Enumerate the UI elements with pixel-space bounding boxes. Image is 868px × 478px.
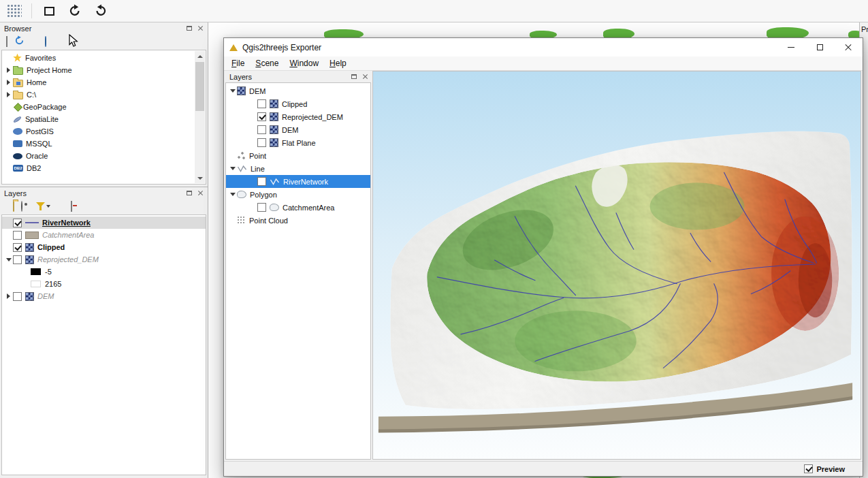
clockwise-arrow-glyph	[68, 4, 82, 18]
expand-arrow-icon	[7, 293, 10, 299]
georeferencer-glyph	[7, 4, 22, 18]
dock-layer-clipped[interactable]: Clipped	[226, 97, 370, 110]
browser-item-favorites[interactable]: Favorites	[2, 52, 206, 64]
layer-row-rivernetwork[interactable]: RiverNetwork	[2, 217, 206, 229]
layer-checkbox[interactable]	[257, 112, 266, 121]
browser-toolbar	[0, 33, 208, 50]
browser-item-spatialite[interactable]: SpatiaLite	[2, 113, 206, 125]
float-panel-icon[interactable]	[185, 189, 193, 197]
dock-layer-catchmentarea[interactable]: CatchmentArea	[226, 201, 370, 214]
refresh-icon[interactable]	[14, 35, 25, 48]
maximize-icon	[817, 44, 823, 50]
redo-refresh-icon[interactable]	[66, 2, 84, 20]
raster-icon	[270, 112, 278, 121]
polygon-fill-icon	[25, 232, 39, 239]
layer-row-clipped[interactable]: Clipped	[2, 241, 206, 253]
filter-legend-expression-icon[interactable]	[36, 202, 50, 210]
layer-visibility-checkbox[interactable]	[13, 255, 22, 264]
browser-item-project-home[interactable]: Project Home	[2, 64, 206, 76]
layer-checkbox[interactable]	[257, 138, 266, 147]
folder-icon	[13, 92, 23, 99]
layer-checkbox[interactable]	[257, 203, 266, 212]
three-d-preview[interactable]	[372, 71, 861, 460]
dialog-titlebar[interactable]: Qgis2threejs Exporter	[224, 38, 863, 57]
dock-group-point-cloud[interactable]: Point Cloud	[226, 214, 370, 227]
browser-item-home[interactable]: Home	[2, 76, 206, 89]
polygon-icon	[237, 191, 246, 198]
browser-item-postgis[interactable]: PostGIS	[2, 125, 206, 138]
dock-group-point[interactable]: Point	[226, 149, 370, 162]
close-panel-icon[interactable]	[196, 25, 204, 32]
raster-icon	[25, 255, 34, 264]
dock-layer-rivernetwork[interactable]: RiverNetwork	[226, 175, 370, 188]
browser-item-db2[interactable]: DB2 DB2	[2, 162, 206, 174]
layer-checkbox[interactable]	[257, 99, 266, 108]
float-panel-icon[interactable]	[185, 25, 193, 32]
menu-window[interactable]: Window	[284, 57, 324, 70]
scrollbar-thumb[interactable]	[195, 62, 204, 111]
close-panel-icon[interactable]	[361, 73, 369, 80]
menu-help[interactable]: Help	[324, 57, 352, 70]
layer-visibility-checkbox[interactable]	[13, 231, 22, 240]
browser-item-geopackage[interactable]: GeoPackage	[2, 101, 206, 113]
dock-group-polygon[interactable]: Polygon	[226, 188, 370, 201]
float-panel-icon[interactable]	[350, 73, 358, 80]
close-button[interactable]	[834, 38, 863, 57]
dock-layer-flat-plane[interactable]: Flat Plane	[226, 136, 370, 149]
point-cloud-icon	[237, 216, 246, 225]
star-icon	[13, 54, 22, 63]
dialog-menubar: File Scene Window Help	[224, 57, 863, 71]
browser-scrollbar[interactable]	[195, 51, 205, 183]
layer-visibility-checkbox[interactable]	[13, 292, 22, 301]
raster-icon	[25, 243, 34, 252]
browser-item-oracle[interactable]: Oracle	[2, 150, 206, 162]
layer-checkbox[interactable]	[257, 177, 266, 186]
menu-file[interactable]: File	[226, 57, 250, 70]
georeferencer-icon[interactable]	[5, 2, 23, 20]
layer-row-catchmentarea[interactable]: CatchmentArea	[2, 229, 206, 241]
browser-item-cdrive[interactable]: C:\	[2, 89, 206, 101]
geopackage-icon	[14, 102, 22, 111]
qgis2threejs-app-icon	[229, 44, 238, 51]
line-icon	[237, 165, 247, 173]
properties-widget-icon[interactable]	[45, 37, 46, 46]
scroll-down-icon[interactable]	[195, 173, 205, 183]
layer-row-reprojected-dem[interactable]: Reprojected_DEM	[2, 253, 206, 266]
expand-arrow-icon	[7, 67, 10, 73]
browser-panel-title: Browser	[4, 25, 185, 33]
dock-header: Layers	[224, 71, 372, 82]
dock-layer-reprojected-dem[interactable]: Reprojected_DEM	[226, 110, 370, 123]
raster-icon	[270, 99, 278, 108]
dock-layer-dem[interactable]: DEM	[226, 123, 370, 136]
layer-visibility-checkbox[interactable]	[13, 243, 22, 252]
main-toolbar	[0, 0, 868, 22]
layer-visibility-checkbox[interactable]	[13, 219, 22, 227]
close-panel-icon[interactable]	[196, 189, 204, 197]
collapse-arrow-icon	[230, 193, 236, 196]
point-icon	[237, 151, 246, 160]
new-layout-icon[interactable]	[40, 2, 58, 20]
home-folder-icon	[13, 80, 23, 87]
layer-row-dem[interactable]: DEM	[2, 290, 206, 302]
preview-checkbox[interactable]	[804, 464, 813, 473]
dock-group-dem[interactable]: DEM	[226, 84, 370, 97]
remove-layer-icon[interactable]	[71, 202, 72, 211]
scroll-up-icon[interactable]	[195, 51, 205, 61]
dock-layers-tree: DEM Clipped Reprojected_DEM DEM	[225, 82, 371, 460]
terrain-3d-render	[373, 71, 861, 459]
collapse-arrow-icon	[6, 258, 12, 261]
manage-map-themes-icon[interactable]	[21, 202, 22, 211]
add-selected-layers-icon[interactable]	[6, 37, 7, 46]
minimize-button[interactable]	[777, 38, 805, 57]
dock-group-line[interactable]: Line	[226, 162, 370, 175]
undo-rotate-icon[interactable]	[92, 2, 110, 20]
layer-checkbox[interactable]	[257, 125, 266, 134]
menu-scene[interactable]: Scene	[250, 57, 284, 70]
maximize-button[interactable]	[805, 38, 834, 57]
square-glyph	[44, 7, 54, 16]
layers-panel-header: Layers	[0, 187, 208, 198]
add-group-icon[interactable]	[13, 202, 14, 211]
browser-item-mssql[interactable]: MSSQL	[2, 138, 206, 150]
postgis-icon	[13, 128, 22, 135]
browser-panel-header: Browser	[0, 22, 208, 33]
